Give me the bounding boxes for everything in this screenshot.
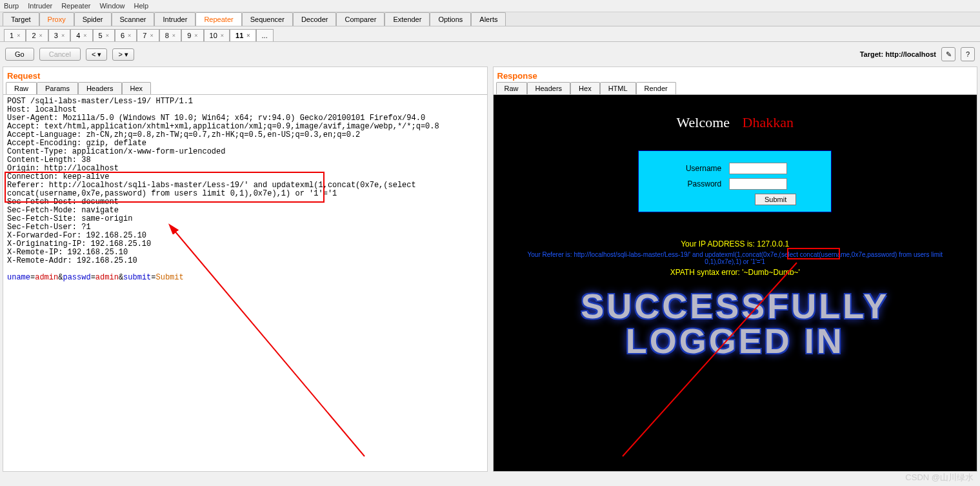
welcome-heading: Welcome Dhakkan <box>677 114 794 131</box>
watermark: CSDN @山川绿水 <box>905 472 974 483</box>
tab-proxy[interactable]: Proxy <box>39 12 74 26</box>
menu-window[interactable]: Window <box>99 2 125 10</box>
menubar: Burp Intruder Repeater Window Help <box>0 0 980 12</box>
username-field[interactable] <box>729 163 787 174</box>
repeater-tab-10[interactable]: 10× <box>204 29 230 41</box>
repeater-tab-5[interactable]: 5× <box>93 29 115 41</box>
repeater-tabs: 1× 2× 3× 4× 5× 6× 7× 8× 9× 10× 11× ... <box>0 26 980 42</box>
close-icon[interactable]: × <box>39 32 43 39</box>
login-form: Username Password Submit <box>638 150 832 212</box>
pencil-icon: ✎ <box>946 50 952 59</box>
target-label: Target: http://localhost <box>860 50 936 58</box>
prev-button[interactable]: <▾ <box>86 48 107 61</box>
close-icon[interactable]: × <box>106 32 109 39</box>
response-tab-raw[interactable]: Raw <box>496 82 527 94</box>
close-icon[interactable]: × <box>128 32 131 39</box>
tab-options[interactable]: Options <box>430 12 471 26</box>
request-tab-headers[interactable]: Headers <box>78 82 122 94</box>
repeater-tab-1[interactable]: 1× <box>4 29 26 41</box>
repeater-tab-4[interactable]: 4× <box>70 29 92 41</box>
question-icon: ? <box>966 50 970 58</box>
close-icon[interactable]: × <box>150 32 153 39</box>
tab-intruder[interactable]: Intruder <box>154 12 195 26</box>
request-tab-params[interactable]: Params <box>37 82 78 94</box>
repeater-tab-11[interactable]: 11× <box>230 29 256 41</box>
next-button[interactable]: >▾ <box>112 48 134 61</box>
close-icon[interactable]: × <box>83 32 86 39</box>
chevron-down-icon: ▾ <box>97 50 101 59</box>
edit-target-button[interactable]: ✎ <box>941 47 955 61</box>
response-render-area: Welcome Dhakkan Username Password Submit… <box>494 95 977 471</box>
help-button[interactable]: ? <box>961 47 975 61</box>
response-pane: Response Raw Headers Hex HTML Render Wel… <box>493 66 978 472</box>
username-label: Username <box>683 164 721 173</box>
menu-intruder[interactable]: Intruder <box>28 2 52 10</box>
repeater-tab-3[interactable]: 3× <box>48 29 70 41</box>
cancel-button[interactable]: Cancel <box>39 48 81 61</box>
request-raw-area[interactable]: POST /sqli-labs-master/Less-19/ HTTP/1.1… <box>3 95 487 471</box>
response-tab-headers[interactable]: Headers <box>527 82 571 94</box>
password-field[interactable] <box>729 178 787 190</box>
request-subtabs: Raw Params Headers Hex <box>3 82 487 95</box>
tab-decoder[interactable]: Decoder <box>293 12 337 26</box>
response-tab-render[interactable]: Render <box>636 82 676 94</box>
go-button[interactable]: Go <box>5 48 34 61</box>
tab-extender[interactable]: Extender <box>385 12 430 26</box>
xpath-error-line: XPATH syntax error: '~Dumb~Dumb~' <box>670 268 800 277</box>
xpath-error-value: '~Dumb~Dumb~' <box>742 268 800 277</box>
password-label: Password <box>683 179 721 188</box>
repeater-tab-7[interactable]: 7× <box>137 29 159 41</box>
tab-comparer[interactable]: Comparer <box>336 12 385 26</box>
tab-repeater[interactable]: Repeater <box>195 12 241 26</box>
close-icon[interactable]: × <box>17 32 20 39</box>
close-icon[interactable]: × <box>172 32 175 39</box>
request-tab-raw[interactable]: Raw <box>6 82 37 94</box>
tab-scanner[interactable]: Scanner <box>112 12 155 26</box>
menu-help[interactable]: Help <box>134 2 149 10</box>
repeater-tab-9[interactable]: 9× <box>181 29 203 41</box>
main-tabs: Target Proxy Spider Scanner Intruder Rep… <box>0 12 980 26</box>
success-banner: SUCCESSFULLY LOGGED IN <box>581 289 889 358</box>
repeater-toolbar: Go Cancel <▾ >▾ Target: http://localhost… <box>0 42 980 66</box>
split-view: Request Raw Params Headers Hex POST /sql… <box>0 66 980 472</box>
repeater-tab-2[interactable]: 2× <box>26 29 48 41</box>
request-pane: Request Raw Params Headers Hex POST /sql… <box>3 66 488 472</box>
tab-sequencer[interactable]: Sequencer <box>242 12 293 26</box>
referer-line: Your Referer is: http://localhost/sqli-l… <box>509 251 961 265</box>
repeater-tab-overflow[interactable]: ... <box>256 29 274 41</box>
tab-target[interactable]: Target <box>3 12 39 26</box>
response-tab-hex[interactable]: Hex <box>570 82 600 94</box>
close-icon[interactable]: × <box>246 32 250 39</box>
menu-burp[interactable]: Burp <box>4 2 19 10</box>
menu-repeater[interactable]: Repeater <box>61 2 90 10</box>
repeater-tab-6[interactable]: 6× <box>115 29 137 41</box>
tab-alerts[interactable]: Alerts <box>471 12 506 26</box>
close-icon[interactable]: × <box>194 32 197 39</box>
close-icon[interactable]: × <box>61 32 65 39</box>
repeater-tab-8[interactable]: 8× <box>159 29 181 41</box>
response-title: Response <box>494 67 977 82</box>
request-title: Request <box>3 67 487 82</box>
request-tab-hex[interactable]: Hex <box>122 82 152 94</box>
submit-button[interactable]: Submit <box>755 194 796 205</box>
response-subtabs: Raw Headers Hex HTML Render <box>494 82 977 95</box>
ip-address-line: Your IP ADDRESS is: 127.0.0.1 <box>681 239 789 248</box>
tab-spider[interactable]: Spider <box>74 12 112 26</box>
close-icon[interactable]: × <box>221 32 224 39</box>
chevron-down-icon: ▾ <box>125 50 128 59</box>
response-tab-html[interactable]: HTML <box>600 82 636 94</box>
